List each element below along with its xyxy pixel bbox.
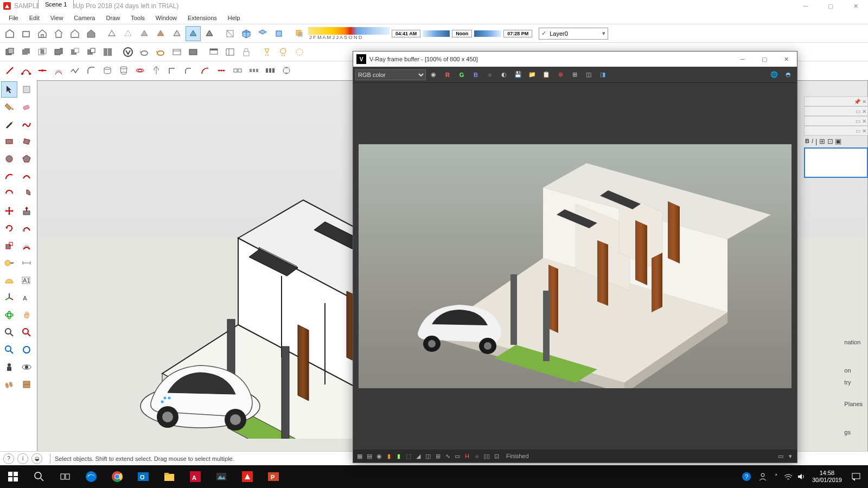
weld-icon[interactable] — [35, 63, 50, 78]
wifi-icon[interactable] — [782, 465, 795, 488]
followme-icon[interactable] — [18, 220, 35, 236]
vray-region-icon[interactable]: ⊞ — [568, 69, 581, 81]
menu-view[interactable]: View — [46, 14, 68, 22]
array-icon[interactable] — [263, 63, 278, 78]
vray-sb-10[interactable]: ∿ — [443, 452, 452, 460]
asset-editor-icon[interactable] — [222, 44, 238, 60]
status-user-icon[interactable]: ◒ — [31, 453, 42, 464]
style-hidden-icon[interactable] — [120, 26, 136, 41]
zoom-window-icon[interactable] — [18, 324, 35, 341]
style-xray-icon[interactable] — [186, 26, 201, 41]
status-help-icon[interactable]: ? — [3, 453, 14, 464]
union-icon[interactable] — [51, 44, 66, 60]
panel-close3[interactable]: ▭ ✕ — [804, 126, 868, 136]
menu-camera[interactable]: Camera — [69, 14, 99, 22]
rotate-icon[interactable] — [1, 220, 17, 236]
vray-canvas[interactable] — [353, 83, 797, 450]
grip-icon[interactable] — [279, 63, 294, 78]
tape-icon[interactable] — [1, 255, 17, 271]
teapot-interactive-icon[interactable] — [153, 44, 168, 60]
vray-track-icon[interactable]: ◫ — [582, 69, 595, 81]
light-rect-icon[interactable] — [259, 44, 275, 60]
divide-icon[interactable] — [214, 63, 229, 78]
vray-sb-dropdown[interactable]: ▾ — [786, 452, 795, 460]
vray-mono-icon[interactable]: ○ — [483, 69, 496, 81]
position-camera-icon[interactable] — [1, 359, 17, 375]
style-mono-icon[interactable] — [169, 26, 184, 41]
shadow-toggle-icon[interactable] — [292, 26, 307, 41]
subtract-icon[interactable] — [67, 44, 82, 60]
text-icon[interactable]: A1 — [18, 272, 35, 288]
offset-icon[interactable] — [18, 237, 35, 254]
extrude-icon[interactable] — [100, 63, 115, 78]
scale-icon[interactable] — [1, 237, 17, 254]
style-tex-icon[interactable] — [153, 26, 168, 41]
3dtext-icon[interactable]: A — [18, 290, 35, 306]
vray-rgb-icon[interactable]: ◉ — [427, 69, 440, 81]
rotated-rect-icon[interactable] — [18, 133, 35, 150]
batch-render-icon[interactable] — [186, 44, 201, 60]
style-edges-icon[interactable] — [202, 26, 217, 41]
vray-sb-3[interactable]: ◉ — [375, 452, 384, 460]
vray-globe-icon[interactable]: 🌐 — [768, 69, 781, 81]
previous-icon[interactable] — [18, 342, 35, 358]
menu-tools[interactable]: Tools — [126, 14, 149, 22]
vray-channel-dropdown[interactable]: RGB color — [355, 69, 426, 80]
teapot-render-icon[interactable] — [137, 44, 152, 60]
section-icon[interactable] — [18, 376, 35, 393]
shadow-time-slider[interactable] — [423, 30, 450, 37]
light-spot-icon[interactable] — [292, 44, 307, 60]
select-tool-icon[interactable] — [1, 81, 17, 98]
vray-clear-icon[interactable]: ⊗ — [554, 69, 567, 81]
vray-logo-icon[interactable] — [120, 44, 136, 60]
walk-icon[interactable] — [1, 376, 17, 393]
sketchup-taskbar-icon[interactable] — [234, 465, 260, 488]
light-sphere-icon[interactable] — [276, 44, 291, 60]
eraser-icon[interactable] — [18, 99, 35, 115]
vray-sb-1[interactable]: ▦ — [355, 452, 364, 460]
explorer-icon[interactable] — [156, 465, 182, 488]
menu-help[interactable]: Help — [224, 14, 245, 22]
loft-icon[interactable] — [132, 63, 148, 78]
close-button[interactable]: ✕ — [843, 0, 868, 12]
search-icon[interactable] — [26, 465, 52, 488]
axes-icon[interactable] — [1, 290, 17, 306]
panel-close1[interactable]: ▭ ✕ — [804, 106, 868, 116]
vray-sb-15[interactable]: ⊡ — [492, 452, 501, 460]
vray-green-channel[interactable]: G — [455, 69, 468, 81]
simplify-icon[interactable] — [67, 63, 82, 78]
photos-icon[interactable] — [208, 465, 234, 488]
view-top-icon[interactable] — [255, 26, 270, 41]
vray-red-channel[interactable]: R — [441, 69, 454, 81]
style-wire-icon[interactable] — [104, 26, 119, 41]
group-icon[interactable] — [2, 44, 17, 60]
maximize-button[interactable]: ▢ — [818, 0, 843, 12]
vray-teapot-icon[interactable]: ◓ — [782, 69, 795, 81]
model-icon[interactable] — [2, 26, 17, 41]
vray-blue-channel[interactable]: B — [469, 69, 482, 81]
panel-close2[interactable]: ▭ ✕ — [804, 116, 868, 126]
status-info-icon[interactable]: i — [17, 453, 28, 464]
volume-icon[interactable] — [795, 465, 808, 488]
pushpull-icon[interactable] — [18, 203, 35, 219]
vray-sb-8[interactable]: ◫ — [424, 452, 432, 460]
protractor-icon[interactable] — [1, 272, 17, 288]
house-front-icon[interactable] — [67, 26, 82, 41]
panel-pushpin[interactable]: 📌 ✕ — [804, 97, 868, 106]
vray-sb-expand[interactable]: ▭ — [776, 452, 785, 460]
viewport-render-icon[interactable] — [169, 44, 184, 60]
polygon-icon[interactable] — [18, 151, 35, 167]
vray-load-icon[interactable]: 📁 — [526, 69, 539, 81]
vray-sb-6[interactable]: ⬚ — [404, 452, 413, 460]
vray-minimize-button[interactable]: ─ — [732, 52, 754, 67]
arc-icon[interactable] — [1, 168, 17, 184]
3pt-arc-icon[interactable] — [1, 185, 17, 202]
panel-format-icons[interactable]: B I | ⊞ ⊡ ▣ — [804, 136, 868, 146]
arc-tool-icon[interactable] — [197, 63, 213, 78]
notifications-icon[interactable] — [846, 465, 866, 488]
chrome-icon[interactable] — [104, 465, 130, 488]
vray-sb-13[interactable]: ⟐ — [473, 452, 481, 460]
outer-shell-icon[interactable] — [18, 44, 34, 60]
taskview-icon[interactable] — [52, 465, 78, 488]
intersect-icon[interactable] — [35, 44, 50, 60]
